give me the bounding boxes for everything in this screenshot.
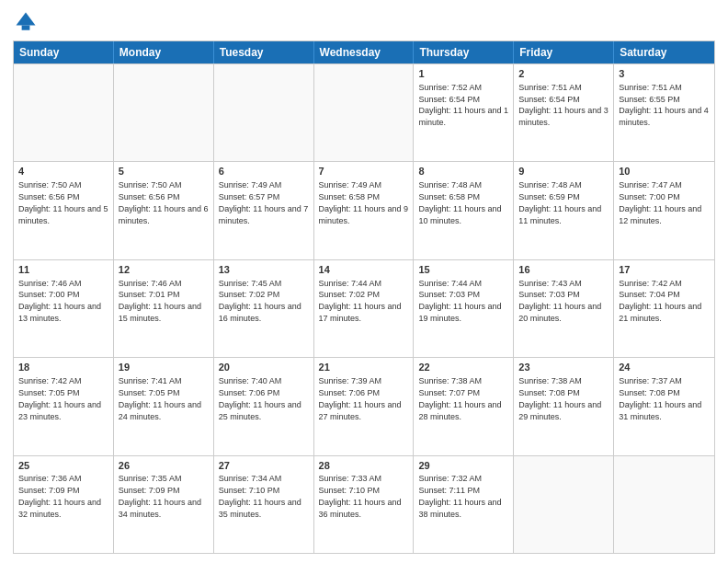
header-day-sunday: Sunday: [14, 41, 114, 63]
logo-icon: [13, 9, 39, 35]
sun-info: Sunrise: 7:41 AM Sunset: 7:05 PM Dayligh…: [119, 376, 201, 420]
header-day-thursday: Thursday: [414, 41, 514, 63]
sun-info: Sunrise: 7:39 AM Sunset: 7:06 PM Dayligh…: [319, 376, 402, 420]
day-number: 23: [518, 361, 609, 374]
calendar-row-4: 25Sunrise: 7:36 AM Sunset: 7:09 PM Dayli…: [14, 455, 714, 553]
svg-marker-0: [17, 13, 36, 26]
calendar-cell: 26Sunrise: 7:35 AM Sunset: 7:09 PM Dayli…: [114, 456, 214, 553]
sun-info: Sunrise: 7:44 AM Sunset: 7:02 PM Dayligh…: [319, 279, 402, 323]
sun-info: Sunrise: 7:47 AM Sunset: 7:00 PM Dayligh…: [619, 180, 701, 224]
sun-info: Sunrise: 7:37 AM Sunset: 7:08 PM Dayligh…: [619, 376, 701, 420]
day-number: 18: [18, 361, 108, 374]
calendar-cell: 9Sunrise: 7:48 AM Sunset: 6:59 PM Daylig…: [514, 162, 614, 259]
calendar-cell: 21Sunrise: 7:39 AM Sunset: 7:06 PM Dayli…: [314, 358, 415, 454]
calendar-cell: 22Sunrise: 7:38 AM Sunset: 7:07 PM Dayli…: [414, 358, 514, 454]
calendar-cell: 17Sunrise: 7:42 AM Sunset: 7:04 PM Dayli…: [614, 260, 714, 357]
day-number: 27: [219, 459, 309, 473]
day-number: 17: [619, 263, 710, 277]
calendar-cell: 7Sunrise: 7:49 AM Sunset: 6:58 PM Daylig…: [314, 162, 415, 259]
calendar-cell: 8Sunrise: 7:48 AM Sunset: 6:58 PM Daylig…: [414, 162, 514, 259]
sun-info: Sunrise: 7:34 AM Sunset: 7:10 PM Dayligh…: [219, 474, 301, 518]
header: [13, 9, 715, 35]
sun-info: Sunrise: 7:38 AM Sunset: 7:08 PM Dayligh…: [518, 376, 601, 420]
calendar-body: 1Sunrise: 7:52 AM Sunset: 6:54 PM Daylig…: [14, 63, 714, 553]
calendar-cell: 15Sunrise: 7:44 AM Sunset: 7:03 PM Dayli…: [414, 260, 514, 357]
sun-info: Sunrise: 7:32 AM Sunset: 7:11 PM Dayligh…: [418, 474, 501, 518]
day-number: 22: [418, 361, 508, 374]
sun-info: Sunrise: 7:45 AM Sunset: 7:02 PM Dayligh…: [219, 279, 301, 323]
calendar-cell: [114, 64, 214, 161]
day-number: 5: [119, 165, 209, 178]
day-number: 1: [418, 67, 508, 81]
sun-info: Sunrise: 7:40 AM Sunset: 7:06 PM Dayligh…: [219, 376, 301, 420]
sun-info: Sunrise: 7:44 AM Sunset: 7:03 PM Dayligh…: [418, 279, 501, 323]
calendar-cell: 3Sunrise: 7:51 AM Sunset: 6:55 PM Daylig…: [614, 64, 714, 161]
day-number: 10: [619, 165, 710, 178]
calendar-cell: [614, 456, 714, 553]
calendar-row-3: 18Sunrise: 7:42 AM Sunset: 7:05 PM Dayli…: [14, 357, 714, 454]
header-day-wednesday: Wednesday: [314, 41, 415, 63]
calendar-cell: 5Sunrise: 7:50 AM Sunset: 6:56 PM Daylig…: [114, 162, 214, 259]
calendar-cell: 13Sunrise: 7:45 AM Sunset: 7:02 PM Dayli…: [214, 260, 314, 357]
day-number: 3: [619, 67, 710, 81]
header-day-tuesday: Tuesday: [214, 41, 314, 63]
calendar-cell: 1Sunrise: 7:52 AM Sunset: 6:54 PM Daylig…: [414, 64, 514, 161]
sun-info: Sunrise: 7:50 AM Sunset: 6:56 PM Dayligh…: [119, 180, 209, 224]
sun-info: Sunrise: 7:42 AM Sunset: 7:04 PM Dayligh…: [619, 279, 701, 323]
logo: [13, 9, 42, 35]
day-number: 24: [619, 361, 710, 374]
calendar-cell: 11Sunrise: 7:46 AM Sunset: 7:00 PM Dayli…: [14, 260, 114, 357]
calendar-header: SundayMondayTuesdayWednesdayThursdayFrid…: [14, 41, 714, 63]
sun-info: Sunrise: 7:51 AM Sunset: 6:55 PM Dayligh…: [619, 83, 709, 127]
calendar-cell: 23Sunrise: 7:38 AM Sunset: 7:08 PM Dayli…: [514, 358, 614, 454]
day-number: 11: [18, 263, 108, 277]
calendar-cell: 27Sunrise: 7:34 AM Sunset: 7:10 PM Dayli…: [214, 456, 314, 553]
calendar-cell: 12Sunrise: 7:46 AM Sunset: 7:01 PM Dayli…: [114, 260, 214, 357]
calendar-cell: [214, 64, 314, 161]
sun-info: Sunrise: 7:35 AM Sunset: 7:09 PM Dayligh…: [119, 474, 201, 518]
calendar-cell: 10Sunrise: 7:47 AM Sunset: 7:00 PM Dayli…: [614, 162, 714, 259]
day-number: 4: [18, 165, 108, 178]
calendar-page: SundayMondayTuesdayWednesdayThursdayFrid…: [0, 0, 728, 563]
day-number: 2: [518, 67, 609, 81]
sun-info: Sunrise: 7:49 AM Sunset: 6:57 PM Dayligh…: [219, 180, 309, 224]
day-number: 16: [518, 263, 609, 277]
calendar-row-1: 4Sunrise: 7:50 AM Sunset: 6:56 PM Daylig…: [14, 161, 714, 259]
sun-info: Sunrise: 7:36 AM Sunset: 7:09 PM Dayligh…: [18, 474, 101, 518]
sun-info: Sunrise: 7:33 AM Sunset: 7:10 PM Dayligh…: [319, 474, 402, 518]
day-number: 15: [418, 263, 508, 277]
sun-info: Sunrise: 7:42 AM Sunset: 7:05 PM Dayligh…: [18, 376, 101, 420]
calendar-cell: 24Sunrise: 7:37 AM Sunset: 7:08 PM Dayli…: [614, 358, 714, 454]
calendar-cell: [514, 456, 614, 553]
calendar-cell: 25Sunrise: 7:36 AM Sunset: 7:09 PM Dayli…: [14, 456, 114, 553]
sun-info: Sunrise: 7:50 AM Sunset: 6:56 PM Dayligh…: [18, 180, 108, 224]
day-number: 25: [18, 459, 108, 473]
sun-info: Sunrise: 7:52 AM Sunset: 6:54 PM Dayligh…: [418, 83, 508, 127]
calendar-cell: 29Sunrise: 7:32 AM Sunset: 7:11 PM Dayli…: [414, 456, 514, 553]
calendar-row-2: 11Sunrise: 7:46 AM Sunset: 7:00 PM Dayli…: [14, 259, 714, 357]
day-number: 13: [219, 263, 309, 277]
day-number: 21: [319, 361, 409, 374]
sun-info: Sunrise: 7:48 AM Sunset: 6:59 PM Dayligh…: [518, 180, 601, 224]
day-number: 28: [319, 459, 409, 473]
sun-info: Sunrise: 7:38 AM Sunset: 7:07 PM Dayligh…: [418, 376, 501, 420]
day-number: 7: [319, 165, 409, 178]
day-number: 29: [418, 459, 508, 473]
day-number: 9: [518, 165, 609, 178]
calendar-cell: 16Sunrise: 7:43 AM Sunset: 7:03 PM Dayli…: [514, 260, 614, 357]
sun-info: Sunrise: 7:43 AM Sunset: 7:03 PM Dayligh…: [518, 279, 601, 323]
sun-info: Sunrise: 7:49 AM Sunset: 6:58 PM Dayligh…: [319, 180, 409, 224]
header-day-monday: Monday: [114, 41, 214, 63]
calendar-cell: 18Sunrise: 7:42 AM Sunset: 7:05 PM Dayli…: [14, 358, 114, 454]
day-number: 14: [319, 263, 409, 277]
calendar-cell: 6Sunrise: 7:49 AM Sunset: 6:57 PM Daylig…: [214, 162, 314, 259]
sun-info: Sunrise: 7:48 AM Sunset: 6:58 PM Dayligh…: [418, 180, 501, 224]
day-number: 26: [119, 459, 209, 473]
day-number: 20: [219, 361, 309, 374]
sun-info: Sunrise: 7:46 AM Sunset: 7:00 PM Dayligh…: [18, 279, 101, 323]
day-number: 6: [219, 165, 309, 178]
day-number: 8: [418, 165, 508, 178]
calendar-cell: 4Sunrise: 7:50 AM Sunset: 6:56 PM Daylig…: [14, 162, 114, 259]
calendar-cell: 14Sunrise: 7:44 AM Sunset: 7:02 PM Dayli…: [314, 260, 415, 357]
svg-rect-1: [22, 26, 30, 30]
